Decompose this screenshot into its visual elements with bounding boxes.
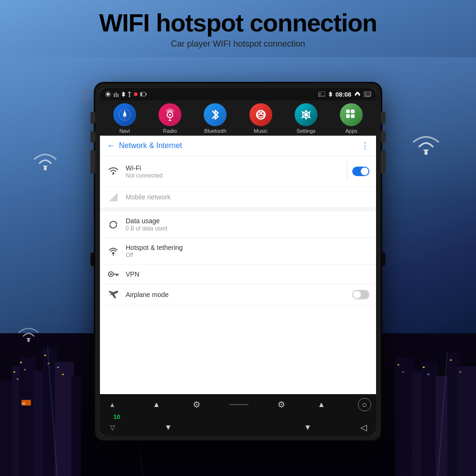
fan-right-icon: ⚙ <box>278 399 285 410</box>
battery-icon <box>140 92 147 97</box>
status-bar-left <box>105 91 147 98</box>
svg-marker-68 <box>109 193 118 201</box>
svg-point-60 <box>258 112 260 115</box>
status-bar: 08:08 <box>100 88 376 100</box>
app-item-navi[interactable]: Navi <box>110 103 139 134</box>
data-usage-item[interactable]: Data usage 0 B of data used <box>100 211 376 238</box>
svg-rect-51 <box>365 91 371 96</box>
app-item-settings[interactable]: Settings <box>292 103 320 134</box>
svg-point-62 <box>304 113 308 117</box>
wifi-toggle-on[interactable] <box>352 167 369 176</box>
navi-icon <box>113 103 136 126</box>
svg-rect-46 <box>146 93 147 95</box>
app-icon-row: Navi Radio <box>100 100 376 136</box>
settings-label: Settings <box>297 128 316 134</box>
wifi-toggle[interactable] <box>352 167 369 176</box>
svg-point-34 <box>425 152 428 155</box>
status-time: 08:08 <box>336 91 351 98</box>
svg-point-43 <box>129 96 130 98</box>
svg-rect-12 <box>44 355 46 356</box>
vol-down-outline-btn[interactable]: ▽ <box>105 424 120 431</box>
apps-icon <box>340 103 363 126</box>
side-button-right-3 <box>381 150 386 174</box>
track-down-btn[interactable]: ▼ <box>300 423 316 432</box>
hotspot-text: Hotspot & tethering Off <box>126 244 369 258</box>
vol-up-outline-btn[interactable]: ▲ <box>105 401 120 408</box>
svg-rect-42 <box>128 92 131 93</box>
svg-rect-26 <box>450 359 452 361</box>
section-divider-1 <box>100 208 376 211</box>
app-item-radio[interactable]: Radio <box>156 103 184 134</box>
device-screen: 08:08 <box>100 88 376 436</box>
navi-label: Navi <box>119 128 130 134</box>
bluetooth-app-icon <box>204 103 227 126</box>
svg-rect-11 <box>24 369 26 370</box>
wifi-setting-icon <box>107 167 120 176</box>
refresh-icon <box>107 220 120 229</box>
bottom-controls: ▲ ▲ ⚙ ⚙ ▲ ○ 10 ▽ ▼ ▼ ◁ <box>100 394 376 436</box>
svg-point-49 <box>318 96 319 97</box>
airplane-toggle[interactable] <box>352 290 369 299</box>
apps-label: Apps <box>346 128 357 134</box>
more-button[interactable]: ⋮ <box>361 140 369 151</box>
svg-rect-47 <box>140 93 142 96</box>
svg-rect-25 <box>427 374 429 375</box>
volume-number: 10 <box>113 413 120 420</box>
fan-left-icon: ⚙ <box>193 399 200 410</box>
mobile-item-text: Mobile network <box>126 193 369 201</box>
svg-rect-10 <box>20 362 22 363</box>
app-item-bluetooth[interactable]: Bluetooth <box>201 103 229 134</box>
vpn-text: VPN <box>126 270 369 278</box>
app-item-music[interactable]: Music <box>247 103 275 134</box>
settings-panel: ← Network & Internet ⋮ Wi-Fi Not connect… <box>100 136 376 394</box>
svg-point-33 <box>44 168 47 170</box>
svg-rect-3 <box>19 357 36 476</box>
mobile-setting-item[interactable]: Mobile network <box>100 187 376 208</box>
rst-label: RST <box>81 97 89 101</box>
vpn-item[interactable]: VPN <box>100 265 376 284</box>
bt-icon-status <box>121 91 126 97</box>
hotspot-subtitle: Off <box>126 252 369 258</box>
bt-icon-right <box>328 91 333 97</box>
music-icon <box>249 103 272 126</box>
side-button-right-2 <box>381 131 386 143</box>
mic-label: MIC <box>81 89 89 94</box>
airplane-item[interactable]: Airplane mode <box>100 284 376 306</box>
vol-up-btn[interactable]: ▲ <box>149 400 164 409</box>
hotspot-item[interactable]: Hotspot & tethering Off <box>100 238 376 265</box>
airplane-toggle-off[interactable] <box>352 290 369 299</box>
svg-point-67 <box>112 173 114 175</box>
home-btn[interactable]: ○ <box>358 398 371 411</box>
status-bar-right: 08:08 <box>318 91 371 98</box>
equalizer-icon <box>113 91 119 97</box>
app-item-apps[interactable]: Apps <box>337 103 366 134</box>
wifi-title: Wi-Fi <box>126 164 342 172</box>
track-up-btn[interactable]: ▲ <box>314 400 329 409</box>
wifi-subtitle: Not connected <box>126 172 342 179</box>
center-bar <box>229 404 248 405</box>
svg-rect-48 <box>318 91 325 96</box>
back-nav-btn[interactable]: ◁ <box>356 422 371 433</box>
airplane-title: Airplane mode <box>126 291 352 298</box>
side-button-right-1 <box>381 112 386 124</box>
wifi-setting-item[interactable]: Wi-Fi Not connected <box>100 156 376 187</box>
svg-rect-16 <box>395 357 414 476</box>
plane-icon <box>107 290 120 299</box>
svg-rect-65 <box>346 114 350 118</box>
svg-rect-8 <box>13 371 15 373</box>
record-icon <box>133 92 138 97</box>
svg-rect-15 <box>62 374 64 375</box>
svg-rect-63 <box>346 109 350 113</box>
vol-down-btn[interactable]: ▼ <box>161 423 176 432</box>
svg-rect-14 <box>57 367 59 368</box>
svg-rect-7 <box>71 376 81 476</box>
back-button[interactable]: ← <box>107 141 115 151</box>
svg-text:W: W <box>22 401 26 406</box>
svg-rect-22 <box>397 364 399 366</box>
bottom-row-num: 10 <box>105 412 371 421</box>
title-area: WIFI hotspot connection Car player WIFI … <box>0 9 476 49</box>
svg-rect-21 <box>457 367 476 476</box>
svg-point-74 <box>110 273 112 275</box>
svg-rect-39 <box>116 92 117 97</box>
svg-point-61 <box>261 112 264 115</box>
